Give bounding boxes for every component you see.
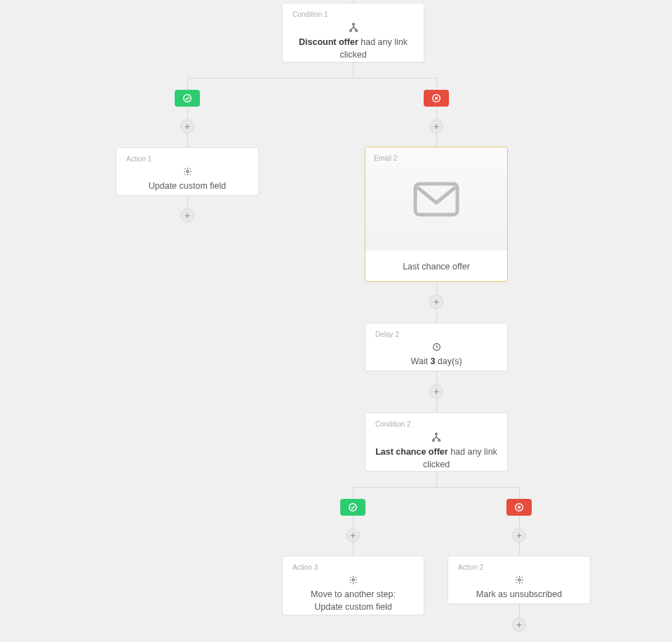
svg-rect-6 [415, 184, 457, 215]
action-text: Move to another step:Update custom field [293, 589, 414, 613]
add-step-button[interactable]: + [512, 617, 526, 631]
plus-icon: + [350, 530, 356, 540]
plus-icon: + [516, 620, 522, 629]
gear-icon [349, 575, 358, 584]
x-circle-icon [514, 502, 524, 512]
node-type-label: Action 1 [126, 155, 248, 163]
check-circle-icon [348, 502, 358, 512]
condition-node-2[interactable]: Condition 2 Last chance offer had any li… [365, 413, 508, 472]
svg-point-1 [349, 29, 351, 32]
connector [353, 62, 354, 78]
email-preview [365, 147, 507, 250]
node-type-label: Condition 2 [375, 420, 497, 428]
action-text: Mark as unsubscribed [458, 589, 580, 601]
node-type-label: Delay 2 [375, 330, 497, 338]
gear-icon [515, 575, 524, 584]
add-step-button[interactable]: + [512, 528, 526, 542]
svg-point-13 [352, 579, 354, 581]
action-node-1[interactable]: Action 1 Update custom field [116, 147, 259, 196]
yes-badge-1[interactable] [175, 90, 200, 107]
add-step-button[interactable]: + [180, 208, 194, 222]
clock-icon [432, 342, 441, 352]
connector [353, 487, 520, 488]
svg-point-10 [438, 439, 441, 441]
action-node-3[interactable]: Action 3 Move to another step:Update cus… [282, 556, 424, 615]
envelope-icon [413, 182, 459, 217]
yes-badge-2[interactable] [340, 499, 365, 516]
connector [519, 487, 520, 556]
svg-point-0 [352, 23, 354, 25]
add-step-button[interactable]: + [429, 119, 443, 133]
svg-point-5 [186, 170, 188, 173]
svg-point-9 [433, 439, 435, 441]
node-type-label: Condition 1 [293, 11, 414, 18]
no-badge-2[interactable] [506, 499, 532, 516]
x-circle-icon [431, 93, 441, 103]
condition-node-1[interactable]: Condition 1 Discount offer had any link … [282, 3, 424, 62]
delay-text: Wait 3 day(s) [375, 356, 497, 368]
node-type-label: Action 3 [293, 563, 414, 571]
condition-icon [349, 22, 358, 32]
node-type-label: Email 2 [374, 154, 397, 162]
connector [187, 196, 188, 209]
plus-icon: + [434, 297, 439, 307]
plus-icon: + [184, 121, 190, 131]
connector [519, 604, 520, 618]
no-badge-1[interactable] [424, 90, 449, 107]
connector [436, 472, 437, 487]
add-step-button[interactable]: + [180, 119, 194, 133]
check-circle-icon [182, 93, 192, 103]
add-step-button[interactable]: + [346, 528, 360, 542]
connector [353, 487, 354, 556]
delay-node-2[interactable]: Delay 2 Wait 3 day(s) [365, 323, 508, 371]
svg-point-2 [355, 29, 357, 32]
plus-icon: + [434, 121, 439, 131]
connector [436, 78, 437, 147]
connector [187, 78, 436, 79]
email-node-2[interactable]: Email 2 Last chance offer [365, 147, 508, 282]
action-node-2[interactable]: Action 2 Mark as unsubscribed [448, 556, 591, 604]
svg-point-14 [518, 579, 520, 581]
condition-text: Last chance offer had any link clicked [375, 446, 497, 471]
plus-icon: + [434, 387, 439, 396]
action-text: Update custom field [126, 180, 248, 193]
add-step-button[interactable]: + [429, 295, 443, 309]
email-title: Last chance offer [365, 250, 507, 282]
node-type-label: Action 2 [458, 563, 580, 571]
gear-icon [183, 167, 192, 176]
condition-text: Discount offer had any link clicked [293, 36, 414, 61]
plus-icon: + [184, 210, 190, 220]
svg-point-8 [436, 433, 438, 435]
plus-icon: + [516, 530, 522, 540]
add-step-button[interactable]: + [429, 384, 443, 399]
condition-icon [431, 432, 441, 442]
connector [187, 78, 188, 147]
workflow-canvas: Condition 1 Discount offer had any link … [0, 0, 672, 642]
